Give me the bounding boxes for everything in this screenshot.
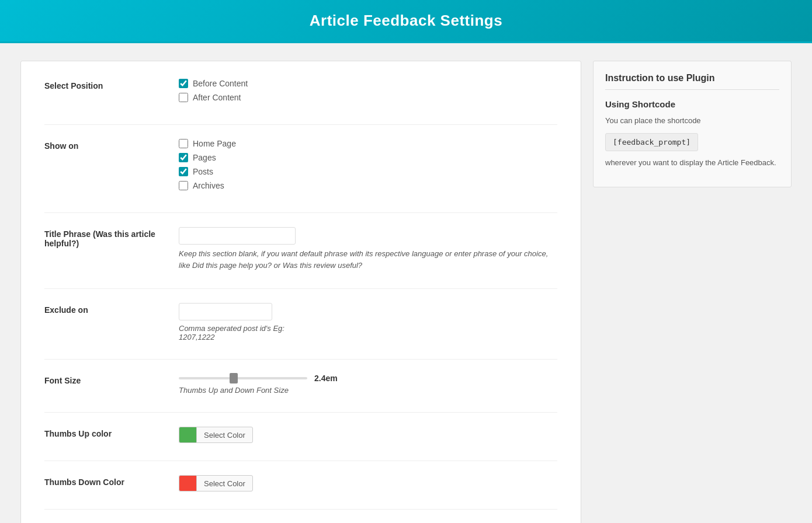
shortcode-box: [feedback_prompt]: [605, 133, 698, 151]
font-size-row: Font Size 2.4em Thumbs Up and Down Font …: [44, 374, 557, 395]
home-page-checkbox[interactable]: [179, 139, 188, 148]
sidebar: Instruction to use Plugin Using Shortcod…: [593, 61, 792, 187]
archives-item[interactable]: Archives: [179, 181, 557, 190]
select-position-options: Before Content After Content: [179, 79, 557, 107]
font-size-value: 2.4em: [314, 374, 338, 383]
exclude-note: Comma seperated post id's Eg: 1207,1222: [179, 324, 557, 341]
title-phrase-row: Title Phrase (Was this article helpful?)…: [44, 227, 557, 271]
thumbs-down-color-label: Thumbs Down Color: [44, 475, 161, 487]
slider-row: 2.4em: [179, 374, 557, 383]
thumbs-down-color-content: Select Color: [179, 475, 557, 491]
exclude-input-wrap: [179, 303, 272, 320]
exclude-note-text: Comma seperated post id's Eg:: [179, 324, 284, 333]
thumbs-down-color-swatch: [179, 475, 196, 491]
divider-4: [44, 359, 557, 360]
select-position-row: Select Position Before Content After Con…: [44, 79, 557, 107]
divider-7: [44, 509, 557, 510]
show-on-row: Show on Home Page Pages Posts Archives: [44, 139, 557, 195]
font-size-note: Thumbs Up and Down Font Size: [179, 386, 557, 395]
title-phrase-content: Keep this section blank, if you want def…: [179, 227, 557, 271]
font-size-label: Font Size: [44, 374, 161, 385]
show-on-options: Home Page Pages Posts Archives: [179, 139, 557, 195]
thumbs-up-color-content: Select Color: [179, 427, 557, 443]
select-position-label: Select Position: [44, 79, 161, 90]
home-page-label: Home Page: [193, 139, 236, 148]
font-size-slider[interactable]: [179, 377, 307, 379]
sidebar-text-after: wherever you want to display the Article…: [605, 157, 779, 169]
thumbs-up-select-color-button[interactable]: Select Color: [196, 427, 253, 443]
divider-2: [44, 212, 557, 213]
sidebar-title: Instruction to use Plugin: [605, 73, 779, 90]
sidebar-text-before: You can place the shortcode: [605, 115, 779, 127]
exclude-on-input[interactable]: [185, 307, 266, 316]
posts-item[interactable]: Posts: [179, 167, 557, 176]
pages-label: Pages: [193, 153, 216, 162]
before-content-label: Before Content: [193, 79, 248, 88]
thumbs-down-color-row: Thumbs Down Color Select Color: [44, 475, 557, 491]
exclude-on-row: Exclude on Comma seperated post id's Eg:…: [44, 303, 557, 341]
pages-item[interactable]: Pages: [179, 153, 557, 162]
exclude-on-content: Comma seperated post id's Eg: 1207,1222: [179, 303, 557, 341]
thumbs-up-color-row: Thumbs Up color Select Color: [44, 427, 557, 443]
divider-3: [44, 288, 557, 289]
after-content-label: After Content: [193, 93, 241, 102]
thumbs-down-select-color-button[interactable]: Select Color: [196, 475, 253, 491]
after-content-checkbox[interactable]: [179, 93, 188, 102]
thumbs-down-color-picker: Select Color: [179, 475, 557, 491]
divider-5: [44, 412, 557, 413]
archives-label: Archives: [193, 181, 224, 190]
sidebar-section-title: Using Shortcode: [605, 99, 779, 109]
divider-6: [44, 461, 557, 461]
title-phrase-help: Keep this section blank, if you want def…: [179, 248, 557, 271]
before-content-item[interactable]: Before Content: [179, 79, 557, 88]
main-wrapper: Select Position Before Content After Con…: [9, 43, 803, 523]
divider-1: [44, 124, 557, 125]
after-content-item[interactable]: After Content: [179, 93, 557, 102]
thumbs-up-color-picker: Select Color: [179, 427, 557, 443]
posts-checkbox[interactable]: [179, 167, 188, 176]
show-on-label: Show on: [44, 139, 161, 151]
settings-panel: Select Position Before Content After Con…: [20, 61, 581, 523]
home-page-item[interactable]: Home Page: [179, 139, 557, 148]
exclude-on-label: Exclude on: [44, 303, 161, 315]
pages-checkbox[interactable]: [179, 153, 188, 162]
thumbs-up-color-swatch: [179, 427, 196, 443]
page-title: Article Feedback Settings: [0, 12, 812, 30]
archives-checkbox[interactable]: [179, 181, 188, 190]
title-phrase-label: Title Phrase (Was this article helpful?): [44, 227, 161, 248]
posts-label: Posts: [193, 167, 213, 176]
before-content-checkbox[interactable]: [179, 79, 188, 88]
font-size-content: 2.4em Thumbs Up and Down Font Size: [179, 374, 557, 395]
thumbs-up-color-label: Thumbs Up color: [44, 427, 161, 438]
page-header: Article Feedback Settings: [0, 0, 812, 43]
exclude-example: 1207,1222: [179, 333, 214, 341]
title-phrase-input[interactable]: [179, 227, 296, 245]
